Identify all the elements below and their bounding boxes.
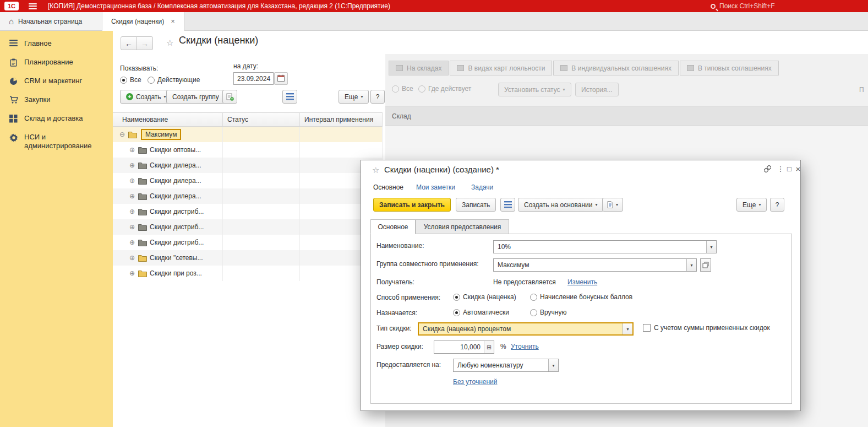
method-bonus-radio[interactable]: Начисление бонусных баллов xyxy=(530,293,632,301)
help-button[interactable]: ? xyxy=(770,198,784,212)
caret-down-icon: ▾ xyxy=(710,245,712,250)
create-group-button[interactable]: Создать группу xyxy=(166,90,225,104)
provided-for-input[interactable]: Любую номенклатуру ▾ xyxy=(453,359,559,372)
linked-filter-all-radio[interactable]: Все xyxy=(392,85,413,93)
global-search[interactable]: Поиск Ctrl+Shift+F xyxy=(711,2,860,10)
save-close-label: Записать и закрыть xyxy=(379,201,445,209)
maximize-icon[interactable]: □ xyxy=(785,164,794,174)
table-row[interactable]: ⊕Скидки дилера... xyxy=(113,188,383,204)
save-button[interactable]: Записать xyxy=(456,198,496,212)
dropdown-button[interactable]: ▾ xyxy=(706,241,716,253)
assign-manual-radio[interactable]: Вручную xyxy=(530,309,566,316)
group-input[interactable]: Максимум ▾ xyxy=(493,258,697,272)
tab-standard-agreements[interactable]: В типовых соглашениях xyxy=(680,61,779,75)
dialog-tab-main[interactable]: Основное xyxy=(370,219,416,234)
column-header-interval[interactable]: Интервал применения xyxy=(300,113,383,126)
dialog-tab-conditions[interactable]: Условия предоставления xyxy=(416,219,509,234)
expand-icon[interactable]: ⊕ xyxy=(128,239,136,246)
calculator-button[interactable]: ⊞ xyxy=(484,341,494,353)
history-button[interactable]: История... xyxy=(575,83,619,96)
more-button[interactable]: Еще ▾ xyxy=(339,90,369,104)
file-actions-button[interactable]: ▾ xyxy=(602,198,623,212)
discount-size-input[interactable]: 10,000 ⊞ xyxy=(434,340,494,354)
expand-icon[interactable]: ⊕ xyxy=(128,192,136,200)
radio-icon xyxy=(120,77,127,84)
table-row[interactable]: ⊕Скидки оптовы... xyxy=(113,142,383,158)
date-input[interactable]: 23.09.2024 xyxy=(233,72,274,85)
sidebar-item-crm-marketing[interactable]: CRM и маркетинг xyxy=(0,72,113,90)
filter-all-radio[interactable]: Все xyxy=(120,76,141,84)
nav-main[interactable]: Основное xyxy=(373,183,403,191)
tab-loyalty-card-kinds[interactable]: В видах карт лояльности xyxy=(450,61,552,75)
table-row[interactable]: ⊕Скидки дилера... xyxy=(113,173,383,188)
table-row[interactable]: ⊕Скидки дистриб... xyxy=(113,235,383,250)
table-row[interactable]: ⊕Скидки дистриб... xyxy=(113,204,383,219)
expand-icon[interactable]: ⊕ xyxy=(128,269,136,277)
column-header-name[interactable]: Наименование xyxy=(113,113,223,126)
sidebar-item-warehouse-delivery[interactable]: Склад и доставка xyxy=(0,109,113,128)
recipient-change-link[interactable]: Изменить xyxy=(567,278,597,286)
forward-button[interactable]: → xyxy=(137,36,153,50)
method-discount-radio[interactable]: Скидка (наценка) xyxy=(453,293,516,301)
with-applied-discounts-checkbox[interactable]: С учетом суммы примененных скидок xyxy=(643,324,770,332)
dropdown-button[interactable]: ▾ xyxy=(548,359,558,371)
no-refinements-link[interactable]: Без уточнений xyxy=(453,378,497,386)
back-arrow-icon: ← xyxy=(125,39,133,48)
sidebar-item-planning[interactable]: Планирование xyxy=(0,53,113,72)
expand-icon[interactable]: ⊕ xyxy=(128,254,136,262)
sidebar-item-main[interactable]: Главное xyxy=(0,34,113,53)
journal-button[interactable] xyxy=(282,90,297,104)
back-button[interactable]: ← xyxy=(121,36,137,50)
create-based-on-button[interactable]: Создать на основании▾ xyxy=(518,198,604,212)
table-row[interactable]: ⊕Скидки дистриб... xyxy=(113,219,383,235)
search-icon xyxy=(711,4,716,9)
expand-icon[interactable]: ⊕ xyxy=(128,177,136,185)
sidebar-item-purchases[interactable]: Закупки xyxy=(0,90,113,109)
tab-discounts[interactable]: Скидки (наценки) × xyxy=(102,12,184,31)
app-window: 1С [КОПИЯ] Демонстрационная база / Компл… xyxy=(0,0,868,427)
tab-on-warehouses[interactable]: На складах xyxy=(389,61,449,75)
favorite-star-icon[interactable]: ☆ xyxy=(372,165,379,175)
column-header-status[interactable]: Статус xyxy=(223,113,300,126)
filter-active-radio[interactable]: Действующие xyxy=(148,76,200,84)
journal-button[interactable] xyxy=(500,198,515,212)
expand-icon[interactable]: ⊕ xyxy=(128,208,136,215)
linked-panel-tabs: На складах В видах карт лояльности В инд… xyxy=(389,61,779,75)
tab-individual-agreements[interactable]: В индивидуальных соглашениях xyxy=(553,61,679,75)
home-tab[interactable]: ⌂ Начальная страница xyxy=(0,12,102,30)
expand-icon[interactable]: ⊕ xyxy=(128,161,136,169)
open-group-button[interactable] xyxy=(700,258,711,272)
dropdown-button[interactable]: ▾ xyxy=(686,259,696,271)
main-menu-icon[interactable] xyxy=(29,3,37,9)
help-button[interactable]: ? xyxy=(370,90,385,104)
table-row[interactable]: ⊖ Максимум xyxy=(113,127,383,142)
tab-close-icon[interactable]: × xyxy=(171,17,175,25)
table-row[interactable]: ⊕Скидки при роз... xyxy=(113,266,383,281)
collapse-icon[interactable]: ⊖ xyxy=(118,131,126,138)
sidebar-item-nsi-admin[interactable]: НСИ и администрирование xyxy=(0,128,105,155)
save-and-close-button[interactable]: Записать и закрыть xyxy=(373,198,451,212)
refine-link[interactable]: Уточнить xyxy=(511,343,539,350)
discount-type-input[interactable]: Скидка (наценка) процентом ▾ xyxy=(418,322,634,336)
set-status-button[interactable]: Установить статус▾ xyxy=(498,83,571,96)
calendar-button[interactable] xyxy=(274,72,288,85)
copy-item-button[interactable] xyxy=(222,90,237,104)
favorite-star-icon[interactable]: ☆ xyxy=(166,38,173,48)
more-button[interactable]: Еще▾ xyxy=(736,198,767,212)
assign-auto-radio[interactable]: Автоматически xyxy=(453,309,509,316)
nav-tasks[interactable]: Задачи xyxy=(471,183,493,191)
name-input[interactable]: 10% ▾ xyxy=(493,240,717,253)
table-row[interactable]: ⊕Скидки "сетевы... xyxy=(113,250,383,266)
table-row[interactable]: ⊕Скидки дилера... xyxy=(113,158,383,173)
close-icon[interactable]: × xyxy=(794,164,803,174)
expand-icon[interactable]: ⊕ xyxy=(128,223,136,231)
expand-icon[interactable]: ⊕ xyxy=(128,146,136,154)
linked-filter-where-radio[interactable]: Где действует xyxy=(418,85,471,93)
radio-label: Скидка (наценка) xyxy=(463,293,516,301)
get-link-icon[interactable] xyxy=(763,164,772,174)
dropdown-button[interactable]: ▾ xyxy=(623,323,632,334)
create-button[interactable]: + Создать ▾ xyxy=(120,90,172,104)
main-section-icon xyxy=(9,40,18,46)
more-vertical-icon[interactable]: ⋮ xyxy=(776,164,785,174)
nav-my-notes[interactable]: Мои заметки xyxy=(416,183,455,191)
